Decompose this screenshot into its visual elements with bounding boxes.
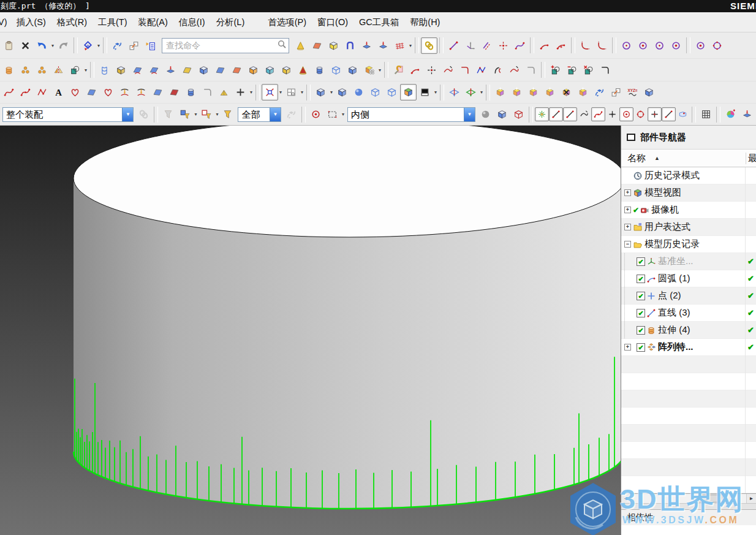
chamfer-button[interactable] (594, 37, 610, 54)
snap-center-button[interactable] (619, 107, 633, 121)
unite-button[interactable] (547, 62, 564, 78)
varied-sweep-button[interactable] (146, 62, 162, 78)
tree-item-11[interactable]: +✔阵列特...✔ (621, 339, 756, 356)
swap-view-button[interactable] (109, 37, 126, 54)
snap-spline-pole-button[interactable] (591, 107, 605, 121)
expand-icon[interactable]: + (624, 207, 631, 213)
tree-item-5[interactable]: −模型历史记录 (621, 236, 756, 253)
shaded-ball-button[interactable] (477, 106, 494, 123)
snap-face-button[interactable] (676, 107, 690, 121)
translucent-cube-button[interactable] (494, 106, 510, 123)
menu-item-7[interactable]: 首选项(P) (262, 14, 312, 31)
sketch-region-button[interactable] (67, 84, 83, 101)
menu-item-8[interactable]: 窗口(O) (312, 14, 353, 31)
pull-face-button[interactable] (508, 84, 525, 101)
fillet-button[interactable] (577, 37, 594, 54)
circle-edge-button[interactable] (709, 37, 725, 54)
tree-item-7[interactable]: ✔圆弧 (1)✔ (621, 270, 756, 287)
through-curves-button[interactable] (96, 62, 113, 78)
snap-point-button[interactable] (648, 107, 662, 121)
tree-item-3[interactable]: +✔摄像机 (621, 202, 756, 219)
move-face-button[interactable] (492, 84, 508, 101)
side-combo[interactable]: 内侧▼ (347, 107, 475, 122)
hide-component-button[interactable] (160, 106, 176, 123)
primitives-button[interactable] (361, 62, 377, 78)
tree-column-header[interactable]: 名称 ▲ 最 (621, 149, 756, 167)
soft-shaded-button[interactable] (350, 84, 367, 101)
text-button[interactable]: A (50, 84, 67, 101)
tool-blue-button[interactable] (739, 106, 755, 123)
tree-item-6[interactable]: ✔基准坐...✔ (621, 253, 756, 270)
new-section-button[interactable] (463, 84, 479, 101)
xyz-expression-button[interactable]: XYZ= (624, 84, 641, 101)
polyline-blue-button[interactable] (473, 62, 490, 78)
sketch-parallel-button[interactable] (478, 37, 495, 54)
window2-button[interactable] (608, 84, 624, 101)
pattern-face-button[interactable] (17, 62, 34, 78)
chevron-down-icon[interactable]: ▼ (122, 108, 133, 121)
menu-item-4[interactable]: 装配(A) (133, 14, 173, 31)
curve-tangent-button[interactable] (407, 62, 423, 78)
sphere-button[interactable] (328, 62, 344, 78)
link-gray-button[interactable] (135, 106, 152, 123)
window-layout-button[interactable] (126, 37, 142, 54)
visibility-checkbox[interactable]: ✔ (637, 343, 645, 352)
show-boolean-button[interactable] (67, 62, 83, 78)
wire-red-cube-button[interactable] (510, 106, 527, 123)
shaded-edges-button-dropdown-icon[interactable]: ▾ (329, 89, 334, 95)
show-boolean-button-dropdown-icon[interactable]: ▾ (83, 67, 88, 73)
mirror-feature-button[interactable] (50, 62, 67, 78)
drag-curve-button[interactable] (506, 62, 523, 78)
visibility-checkbox[interactable]: ✔ (637, 275, 645, 283)
expand-icon[interactable]: − (624, 241, 631, 248)
section-plane-button[interactable] (166, 84, 183, 101)
pattern-geometry-button[interactable] (34, 62, 50, 78)
expand-icon[interactable]: + (624, 344, 631, 351)
scrollbar-thumb[interactable] (698, 495, 727, 503)
plus-button-dropdown-icon[interactable]: ▾ (249, 89, 254, 95)
arc-3pt-button[interactable] (536, 37, 553, 54)
paste-button[interactable] (1, 37, 17, 54)
sketch-spline-button[interactable] (512, 37, 528, 54)
snap-midpoint-button[interactable] (563, 107, 577, 121)
wireframe-button[interactable] (367, 84, 384, 101)
fold-button[interactable] (216, 84, 232, 101)
visibility-checkbox[interactable]: ✔ (637, 292, 645, 300)
arc-center-button[interactable] (553, 37, 569, 54)
sketch-point-button[interactable] (495, 37, 512, 54)
snap-point-on-line-button[interactable] (662, 107, 676, 121)
delete-button[interactable] (17, 37, 34, 54)
command-search-input[interactable] (166, 40, 277, 50)
menu-item-10[interactable]: 帮助(H) (404, 14, 445, 31)
menu-item-2[interactable]: 格式(R) (51, 14, 93, 31)
sort-ascending-icon[interactable]: ▲ (654, 155, 660, 161)
j-curve-button[interactable] (490, 62, 506, 78)
layout-button[interactable] (283, 84, 300, 101)
snap-rect-button[interactable] (324, 106, 341, 123)
intersection-point-button[interactable] (423, 62, 440, 78)
blend-button[interactable] (162, 62, 179, 78)
spline-button[interactable] (1, 84, 17, 101)
circle-center-button[interactable] (618, 37, 635, 54)
mesh-surface-button[interactable] (391, 37, 408, 54)
wireframe-hidden-button[interactable] (384, 84, 400, 101)
menu-item-1[interactable]: 插入(S) (11, 14, 51, 31)
tree-item-8[interactable]: ✔点 (2)✔ (621, 287, 756, 305)
offset-region-button[interactable] (525, 84, 542, 101)
chain-link-button[interactable] (421, 37, 437, 54)
fit-view-button[interactable] (262, 84, 278, 101)
circle-3pt-button[interactable] (635, 37, 651, 54)
polyline-button[interactable] (34, 84, 50, 101)
intersect-button[interactable] (580, 62, 597, 78)
extrude-button[interactable] (1, 62, 17, 78)
panel-splitter[interactable] (621, 503, 756, 509)
offset-face-button[interactable] (278, 62, 295, 78)
tree-item-10[interactable]: ✔拉伸 (4)✔ (621, 322, 756, 339)
visibility-checkbox[interactable]: ✔ (637, 257, 645, 266)
cylinder-button[interactable] (311, 62, 328, 78)
filter-plus-button[interactable] (219, 106, 236, 123)
undo-button-dropdown-icon[interactable]: ▾ (50, 43, 55, 48)
snap-intersection-button[interactable] (605, 107, 619, 121)
assembly-filter-combo[interactable]: 整个装配▼ (2, 107, 134, 122)
search-icon[interactable] (277, 39, 287, 51)
